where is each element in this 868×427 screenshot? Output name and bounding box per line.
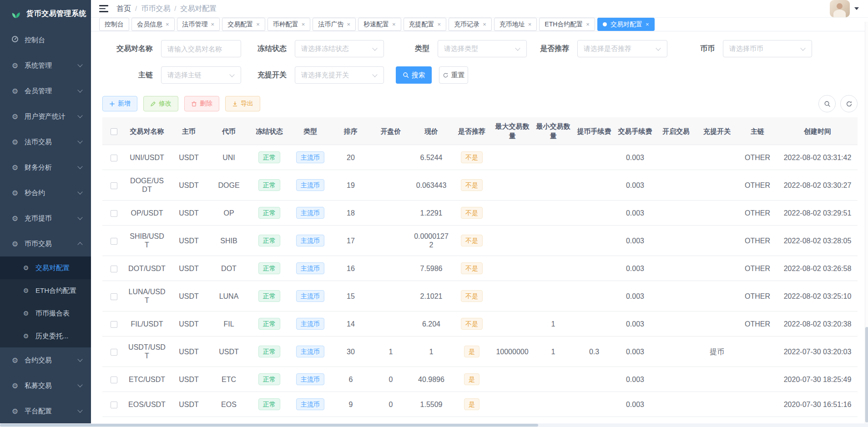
table-row[interactable]: UNI/USDTUSDTUNI正常主流币206.5244不是0.003OTHER… (102, 145, 858, 170)
select-all-checkbox[interactable] (111, 128, 117, 135)
vertical-scrollbar (865, 22, 868, 423)
cell-pair: ETC/USDT (125, 367, 169, 392)
export-button[interactable]: 导出 (225, 96, 260, 111)
sidebar-menu-item[interactable]: ⚙ 私募交易 (0, 373, 91, 398)
view-tab[interactable]: 法币广告 × (313, 18, 356, 31)
cell-max (492, 256, 533, 281)
gear-icon: ⚙ (11, 87, 19, 95)
table-row[interactable]: DOT/USDTUSDTDOT正常主流币167.5986不是0.003OTHER… (102, 256, 858, 281)
row-checkbox[interactable] (111, 321, 117, 328)
sidebar-menu-item[interactable]: ⚙ 法币交易 (0, 129, 91, 155)
breadcrumb-item[interactable]: 首页 (116, 5, 131, 12)
vertical-scrollbar-thumb[interactable] (865, 327, 868, 422)
view-tab[interactable]: 秒速配置 × (358, 18, 401, 31)
filter-input[interactable] (161, 40, 241, 57)
close-tab-icon[interactable]: × (483, 21, 486, 27)
filter-select[interactable]: 请选择币币 (723, 40, 812, 57)
sidebar-menu-item[interactable]: ⚙ 系统管理 (0, 53, 91, 78)
filter-select[interactable]: 请选择冻结状态 (295, 40, 384, 57)
cell-open: 0 (371, 392, 411, 417)
sidebar-menu-item[interactable]: ⚙ 充币提币 (0, 206, 91, 231)
table-row[interactable]: SHIB/USDTUSDTSHIB正常主流币170.00001272不是0.00… (102, 226, 858, 256)
active-dot-icon (603, 22, 607, 26)
sidebar-menu-item[interactable]: ⚙ 会员管理 (0, 78, 91, 104)
filter-select[interactable]: 请选择充提开关 (295, 66, 384, 84)
row-checkbox[interactable] (111, 293, 117, 300)
row-checkbox[interactable] (111, 182, 117, 189)
sidebar-menu-item[interactable]: ⚙ 秒合约 (0, 180, 91, 206)
close-tab-icon[interactable]: × (392, 21, 396, 27)
sidebar-menu-item[interactable]: ⚙ 币币交易 (0, 231, 91, 256)
table-row[interactable]: DOGE/USDTUSDTDOGE正常主流币190.063443不是0.003O… (102, 170, 858, 201)
cell-pair: OP/USDT (125, 201, 169, 226)
close-tab-icon[interactable]: × (166, 21, 169, 27)
table-row[interactable]: ETC/USDTUSDTETC正常主流币6040.9896是0.0032020-… (102, 367, 858, 392)
close-tab-icon[interactable]: × (528, 21, 532, 27)
column-header: 是否推荐 (452, 117, 492, 145)
delete-button[interactable]: 删除 (184, 96, 219, 111)
close-tab-icon[interactable]: × (438, 21, 441, 27)
view-tab[interactable]: 会员信息 × (131, 18, 175, 31)
cell-checkbox (102, 226, 125, 256)
sidebar-menu-item[interactable]: ⚙ 平台配置 (0, 398, 91, 424)
horizontal-scrollbar-thumb[interactable] (0, 424, 538, 427)
table-row[interactable]: FIL/USDTUSDTFIL正常主流币146.204不是10.003OTHER… (102, 311, 858, 337)
filter-select[interactable]: 请选择类型 (438, 40, 527, 57)
table-row[interactable]: EOS/USDTUSDTEOS正常主流币901.5509是0.0032020-0… (102, 392, 858, 417)
cell-chain: OTHER (737, 226, 777, 256)
view-tab[interactable]: ETH合约配置 × (539, 18, 595, 31)
row-checkbox[interactable] (111, 402, 117, 408)
show-search-button[interactable] (818, 95, 836, 112)
reset-button[interactable]: 重置 (439, 66, 468, 84)
table-row[interactable]: USDT/USDTUSDTUSDT正常主流币3011是1000000010.30… (102, 337, 858, 367)
close-tab-icon[interactable]: × (646, 21, 649, 27)
filter-select[interactable]: 请选择是否推荐 (577, 40, 667, 57)
add-button[interactable]: 新增 (102, 96, 137, 111)
sidebar-menu-item[interactable]: 控制台 (0, 27, 91, 53)
sidebar-menu-item[interactable]: ⚙ 用户资产统计 (0, 104, 91, 129)
sidebar-menu-item[interactable]: ⚙ 财务分析 (0, 155, 91, 180)
cell-token: SHIB (209, 226, 249, 256)
close-tab-icon[interactable]: × (302, 21, 305, 27)
view-tab[interactable]: 充币地址 × (494, 18, 537, 31)
breadcrumb-separator: / (135, 5, 137, 12)
avatar[interactable] (830, 0, 850, 17)
row-checkbox[interactable] (111, 266, 117, 272)
view-tab[interactable]: 币种配置 × (267, 18, 311, 31)
table-row[interactable]: OP/USDTUSDTOP正常主流币181.2291不是0.003OTHER20… (102, 201, 858, 226)
close-tab-icon[interactable]: × (211, 21, 215, 27)
freeze-badge: 正常 (258, 235, 280, 246)
close-tab-icon[interactable]: × (586, 21, 590, 27)
cell-sort: 20 (331, 145, 371, 170)
search-icon (824, 100, 831, 107)
view-tab[interactable]: 交易配置 × (222, 18, 265, 31)
cell-sort: 6 (331, 367, 371, 392)
view-tab[interactable]: 充提配置 × (404, 18, 447, 31)
row-checkbox[interactable] (111, 238, 117, 245)
sidebar-submenu-item[interactable]: ⚙ 历史委托... (0, 325, 91, 347)
collapse-sidebar-icon[interactable] (99, 5, 108, 12)
view-tab[interactable]: 控制台 (99, 18, 129, 31)
row-checkbox[interactable] (111, 155, 117, 161)
row-checkbox[interactable] (111, 349, 117, 356)
sidebar-submenu-item[interactable]: ⚙ 交易对配置 (0, 256, 91, 279)
edit-button[interactable]: 修改 (143, 96, 178, 111)
row-checkbox[interactable] (111, 377, 117, 383)
search-button[interactable]: 搜索 (396, 66, 432, 84)
chevron-down-icon[interactable] (854, 7, 859, 10)
filter-select[interactable]: 请选择主链 (161, 66, 241, 84)
sidebar-submenu-item[interactable]: ⚙ 币币撮合表 (0, 302, 91, 325)
filter-field: 主链 请选择主链 (102, 66, 241, 84)
breadcrumb-item[interactable]: 币币交易 (141, 5, 170, 12)
close-tab-icon[interactable]: × (256, 21, 260, 27)
sidebar-menu-item[interactable]: ⚙ 合约交易 (0, 347, 91, 373)
view-tab[interactable]: 充币记录 × (449, 18, 492, 31)
sidebar-submenu-item[interactable]: ⚙ ETH合约配置 (0, 279, 91, 302)
refresh-table-button[interactable] (840, 95, 858, 112)
row-checkbox[interactable] (111, 210, 117, 217)
close-tab-icon[interactable]: × (347, 21, 350, 27)
view-tab[interactable]: 交易对配置 × (597, 18, 655, 31)
cell-open (371, 226, 411, 256)
view-tab[interactable]: 法币管理 × (177, 18, 220, 31)
table-row[interactable]: LUNA/USDTUSDTLUNA正常主流币152.1021不是0.003OTH… (102, 281, 858, 311)
